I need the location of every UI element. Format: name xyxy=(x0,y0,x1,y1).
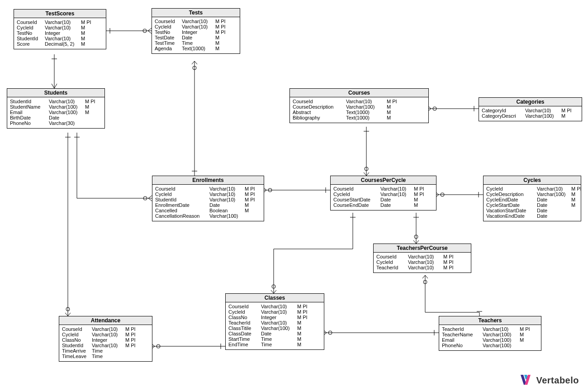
column-flags: M xyxy=(297,336,311,342)
column-type: Text(1000) xyxy=(346,110,387,115)
column-name: CycleId xyxy=(155,24,182,29)
column-row: CourseIdVarchar(10)M PI xyxy=(293,99,426,104)
column-flags: M PI xyxy=(571,186,585,191)
column-row: CancelledBooleanM xyxy=(155,208,261,213)
column-flags: M xyxy=(387,115,400,120)
svg-point-3 xyxy=(66,307,70,311)
column-row: TimeArriveTime xyxy=(62,348,149,354)
column-name: CycleId xyxy=(62,332,92,337)
column-name: PhoneNo xyxy=(10,120,49,126)
entity-body: CourseIdVarchar(10)M PICycleIdVarchar(10… xyxy=(331,185,436,210)
column-type: Varchar(10) xyxy=(209,191,245,197)
entity-body: CourseIdVarchar(10)M PICycleIdVarchar(10… xyxy=(14,18,106,49)
column-row: StudentIdVarchar(10)M PI xyxy=(10,99,102,104)
entity-title: Tests xyxy=(152,9,240,17)
column-name: StudentId xyxy=(62,343,92,348)
column-flags: M PI xyxy=(215,29,229,35)
entity-body: CourseIdVarchar(10)M PICycleIdVarchar(10… xyxy=(374,253,471,272)
column-flags xyxy=(85,120,99,126)
column-row: EmailVarchar(100)M xyxy=(442,337,538,343)
column-type: Varchar(10) xyxy=(380,191,414,197)
entity-coursespercycle: CoursesPerCycle CourseIdVarchar(10)M PIC… xyxy=(330,176,436,210)
column-name: Bibliography xyxy=(293,115,346,120)
column-type: Text(1000) xyxy=(182,46,215,51)
column-flags: M xyxy=(245,208,258,213)
svg-point-11 xyxy=(328,331,332,335)
column-flags: M PI xyxy=(414,191,427,197)
column-name: BirthDate xyxy=(10,115,49,120)
column-type: Varchar(100) xyxy=(346,104,387,110)
column-row: CategoryIdVarchar(10)M PI xyxy=(482,108,579,113)
column-row: CycleIdVarchar(10)M PI xyxy=(155,24,237,29)
column-flags: M xyxy=(387,110,400,115)
column-name: TestNo xyxy=(17,30,45,36)
column-type: Varchar(10) xyxy=(182,19,215,24)
column-row: AgendaText(1000)M xyxy=(155,46,237,51)
column-flags: M xyxy=(571,202,585,208)
column-name: PhoneNo xyxy=(442,343,483,348)
svg-point-12 xyxy=(156,344,160,348)
column-type: Date xyxy=(537,197,571,202)
entity-title: Categories xyxy=(479,98,582,106)
entity-body: CourseIdVarchar(10)M PICourseDescription… xyxy=(290,97,428,123)
column-type: Varchar(100) xyxy=(483,343,520,348)
entity-teacherspercourse: TeachersPerCourse CourseIdVarchar(10)M P… xyxy=(373,244,471,273)
column-name: CourseId xyxy=(155,19,182,24)
column-flags: M PI xyxy=(443,265,457,270)
column-flags: M xyxy=(414,197,427,202)
column-row: CourseIdVarchar(10)M PI xyxy=(228,304,321,309)
column-type: Date xyxy=(537,202,571,208)
column-row: CourseIdVarchar(10)M PI xyxy=(333,186,433,191)
column-type: Date xyxy=(261,331,297,336)
column-type: Date xyxy=(380,197,414,202)
column-type: Varchar(10) xyxy=(209,197,245,202)
column-name: CycleDescription xyxy=(486,191,537,197)
svg-point-0 xyxy=(143,29,147,33)
column-row: TeacherIdVarchar(10)M PI xyxy=(376,265,468,270)
entity-body: CycleIdVarchar(10)M PICycleDescriptionVa… xyxy=(484,185,581,221)
column-flags: M PI xyxy=(81,19,95,25)
entity-title: TestScores xyxy=(14,10,106,18)
column-name: CategoryId xyxy=(482,108,525,113)
column-type: Varchar(10) xyxy=(45,19,81,25)
column-flags xyxy=(571,213,585,219)
column-flags xyxy=(85,115,99,120)
column-flags: M PI xyxy=(414,186,427,191)
column-name: ClassDate xyxy=(228,331,261,336)
column-flags: M xyxy=(85,110,99,115)
entity-body: CourseIdVarchar(10)M PICycleIdVarchar(10… xyxy=(59,325,152,361)
entity-teachers: Teachers TeacherIdVarchar(10)M PITeacher… xyxy=(439,316,541,351)
column-name: StartTime xyxy=(228,336,261,342)
column-row: CycleStartDateDateM xyxy=(486,202,578,208)
column-name: TimeArrive xyxy=(62,348,92,354)
column-flags: M PI xyxy=(297,304,311,309)
column-name: CycleId xyxy=(17,25,45,30)
svg-point-5 xyxy=(365,167,368,171)
column-name: Abstract xyxy=(293,110,346,115)
column-type: Date xyxy=(182,35,215,40)
entity-body: CourseIdVarchar(10)M PICycleIdVarchar(10… xyxy=(152,185,264,221)
column-row: StudentNameVarchar(100)M xyxy=(10,104,102,110)
column-row: CourseStartDateDateM xyxy=(333,197,433,202)
column-row: TestNoIntegerM xyxy=(17,30,103,36)
column-flags xyxy=(245,213,258,219)
entity-cycles: Cycles CycleIdVarchar(10)M PICycleDescri… xyxy=(483,176,581,221)
entity-body: TeacherIdVarchar(10)M PITeacherNameVarch… xyxy=(439,325,541,350)
column-row: TestDateDateM xyxy=(155,35,237,40)
column-name: TeacherId xyxy=(376,265,408,270)
column-row: PhoneNoVarchar(100) xyxy=(442,343,538,348)
column-name: CourseId xyxy=(228,304,261,309)
column-type: Date xyxy=(49,115,85,120)
column-flags: M xyxy=(215,40,229,46)
column-flags: M PI xyxy=(297,309,311,315)
vertabelo-logo-icon xyxy=(519,374,532,387)
column-row: StudentIdVarchar(10)M PI xyxy=(62,343,149,348)
column-row: CycleIdVarchar(10)M PI xyxy=(333,191,433,197)
column-row: ClassNoIntegerM PI xyxy=(228,315,321,320)
column-flags: M PI xyxy=(215,19,229,24)
column-name: CycleId xyxy=(155,191,209,197)
column-row: PhoneNoVarchar(30) xyxy=(10,120,102,126)
column-row: CycleIdVarchar(10)M PI xyxy=(486,186,578,191)
column-type: Time xyxy=(261,342,297,347)
column-flags: M xyxy=(297,320,311,325)
